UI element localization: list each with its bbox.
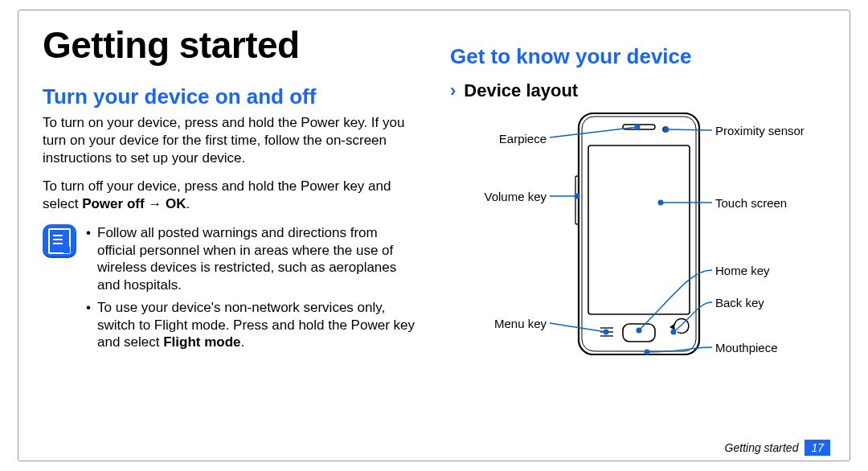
- label-menu-key: Menu key: [458, 317, 547, 330]
- svg-point-22: [671, 330, 677, 335]
- svg-point-12: [635, 125, 641, 130]
- page-frame: Getting started Turn your device on and …: [18, 10, 850, 461]
- svg-point-21: [637, 328, 642, 334]
- subheading-text: Device layout: [464, 80, 578, 101]
- svg-point-20: [658, 200, 664, 206]
- footer-section: Getting started: [725, 441, 799, 454]
- right-column: Get to know your device › Device layout …: [450, 23, 825, 444]
- svg-point-16: [604, 330, 609, 335]
- label-home-key: Home key: [715, 264, 770, 277]
- svg-rect-1: [582, 117, 696, 351]
- note-item-2: To use your device's non-network service…: [86, 299, 418, 351]
- heading-turn-on-off: Turn your device on and off: [43, 84, 418, 109]
- subheading-device-layout: › Device layout: [450, 80, 825, 101]
- label-back-key: Back key: [715, 296, 764, 309]
- footer-page-number: 17: [805, 440, 830, 456]
- para-turn-on: To turn on your device, press and hold t…: [43, 114, 418, 166]
- para-turn-off-bold: Power off → OK: [82, 196, 186, 211]
- svg-rect-10: [575, 176, 579, 224]
- label-touch-screen: Touch screen: [715, 196, 787, 210]
- device-diagram: Earpiece Volume key Menu key Proximity s…: [458, 109, 825, 375]
- note-item-2-post: .: [241, 334, 245, 350]
- svg-point-14: [575, 194, 580, 199]
- label-proximity-sensor: Proximity sensor: [715, 124, 805, 137]
- note-item-2-bold: Flight mode: [163, 334, 240, 350]
- page-footer: Getting started 17: [725, 440, 830, 456]
- heading-know-device: Get to know your device: [450, 44, 825, 69]
- svg-point-18: [664, 127, 669, 133]
- label-mouthpiece: Mouthpiece: [715, 341, 778, 354]
- chevron-icon: ›: [450, 82, 456, 100]
- note-list: Follow all posted warnings and direction…: [86, 224, 418, 356]
- note-block: Follow all posted warnings and direction…: [43, 224, 418, 356]
- label-earpiece: Earpiece: [458, 132, 547, 145]
- note-item-2-pre: To use your device's non-network service…: [97, 300, 415, 350]
- left-column: Getting started Turn your device on and …: [43, 23, 418, 444]
- para-turn-off-post: .: [186, 196, 190, 211]
- page-title: Getting started: [43, 23, 418, 67]
- svg-rect-2: [588, 145, 690, 314]
- note-icon: [43, 224, 78, 356]
- svg-point-23: [645, 350, 650, 355]
- note-item-1: Follow all posted warnings and direction…: [86, 224, 418, 294]
- label-volume-key: Volume key: [458, 190, 547, 203]
- para-turn-off: To turn off your device, press and hold …: [43, 178, 418, 213]
- device-svg: [458, 109, 836, 375]
- svg-line-17: [666, 129, 712, 130]
- svg-line-11: [550, 127, 637, 137]
